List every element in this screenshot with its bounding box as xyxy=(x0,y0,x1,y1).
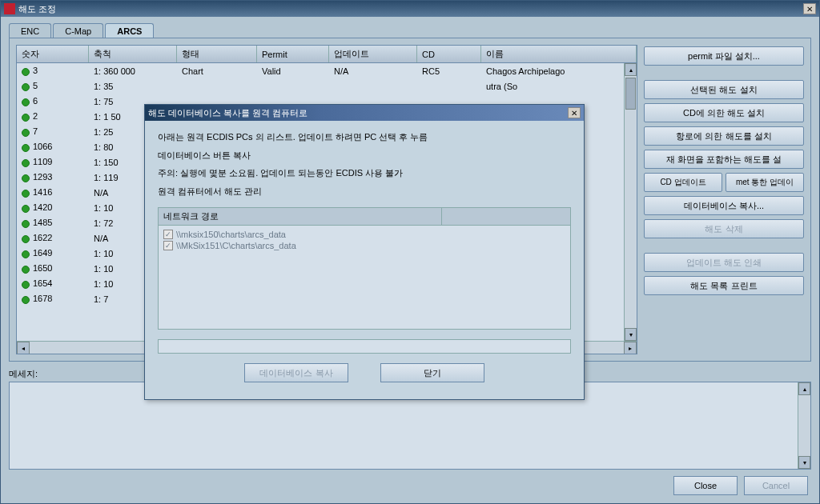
tab-enc[interactable]: ENC xyxy=(9,23,51,38)
dialog-text-3: 주의: 실행에 몇분 소요됨. 업데이트 되는동안 ECDIS 사용 불가 xyxy=(158,166,571,180)
dialog-title: 해도 데이터베이스 복사를 원격 컴퓨터로 xyxy=(148,107,568,119)
status-dot-icon xyxy=(22,83,30,91)
install-screen-button[interactable]: 재 화면을 포함하는 해도를 설 xyxy=(644,150,804,169)
header-name[interactable]: 이름 xyxy=(481,46,637,62)
db-copy-dialog: 해도 데이터베이스 복사를 원격 컴퓨터로 ✕ 아래는 원격 ECDIS PCs… xyxy=(144,104,585,400)
table-row[interactable]: 31: 360 000ChartValidN/ARC5Chagos Archip… xyxy=(17,63,637,78)
cd-update-button[interactable]: CD 업데이트 xyxy=(644,173,722,192)
list-print-button[interactable]: 해도 목록 프린트 xyxy=(644,276,804,295)
dialog-buttons: 데이터베이스 복사 닫기 xyxy=(158,363,571,382)
header-type[interactable]: 형태 xyxy=(177,46,257,62)
msg-scroll-up[interactable]: ▴ xyxy=(798,382,810,395)
header-permit[interactable]: Permit xyxy=(257,46,329,62)
status-dot-icon xyxy=(22,144,30,152)
table-row[interactable]: 51: 35utra (So xyxy=(17,78,637,94)
path-header-col2 xyxy=(442,208,570,225)
dialog-text-1: 아래는 원격 ECDIS PCs 의 리스트. 업데이트 하려면 PC 선택 후… xyxy=(158,130,571,144)
dialog-titlebar: 해도 데이터베이스 복사를 원격 컴퓨터로 ✕ xyxy=(145,105,584,121)
status-dot-icon xyxy=(22,220,30,228)
header-cd[interactable]: CD xyxy=(417,46,481,62)
path-item[interactable]: ✓ \\MkSix151\C\charts\arcs_data xyxy=(162,240,567,251)
status-dot-icon xyxy=(22,250,30,258)
status-dot-icon xyxy=(22,159,30,167)
scroll-up-button[interactable]: ▴ xyxy=(625,63,637,76)
vertical-scrollbar[interactable]: ▴ ▾ xyxy=(624,63,637,341)
titlebar: 해도 조정 ✕ xyxy=(1,1,819,17)
met-update-button[interactable]: met 통한 업데이 xyxy=(726,173,804,192)
window-close-button[interactable]: ✕ xyxy=(803,3,816,14)
status-dot-icon xyxy=(22,98,30,106)
dialog-close-button[interactable]: ✕ xyxy=(568,107,581,118)
path-list-header: 네트워크 경로 xyxy=(158,207,571,226)
progress-bar xyxy=(158,339,571,354)
side-panel: permit 파일 설치... 선택된 해도 설치 CD에 의한 해도 설치 항… xyxy=(644,45,804,354)
header-num[interactable]: 숫자 xyxy=(17,46,89,62)
tabs: ENC C-Map ARCS xyxy=(9,23,811,38)
header-scale[interactable]: 축척 xyxy=(89,46,177,62)
status-dot-icon xyxy=(22,129,30,137)
msg-scroll-down[interactable]: ▾ xyxy=(798,456,810,469)
dialog-text-4: 원격 컴퓨터에서 해도 관리 xyxy=(158,185,571,198)
checkbox-icon[interactable]: ✓ xyxy=(163,241,173,250)
msg-scrollbar[interactable]: ▴ ▾ xyxy=(798,382,810,469)
status-dot-icon xyxy=(22,266,30,274)
dialog-body: 아래는 원격 ECDIS PCs 의 리스트. 업데이트 하려면 PC 선택 후… xyxy=(145,121,584,399)
path-list: ✓ \\mksix150\charts\arcs_data ✓ \\MkSix1… xyxy=(158,226,571,330)
path-text: \\mksix150\charts\arcs_data xyxy=(176,230,286,239)
install-cd-button[interactable]: CD에 의한 해도 설치 xyxy=(644,103,804,122)
db-copy-button[interactable]: 데이터베이스 복사... xyxy=(644,196,804,215)
delete-chart-button[interactable]: 해도 삭제 xyxy=(644,219,804,238)
checkbox-icon[interactable]: ✓ xyxy=(163,230,173,239)
tab-arcs[interactable]: ARCS xyxy=(105,23,154,38)
path-header-label: 네트워크 경로 xyxy=(159,208,442,225)
install-selected-button[interactable]: 선택된 해도 설치 xyxy=(644,80,804,99)
footer-buttons: Close Cancel xyxy=(9,470,811,495)
table-header: 숫자 축척 형태 Permit 업데이트 CD 이름 xyxy=(17,46,637,63)
status-dot-icon xyxy=(22,281,30,289)
status-dot-icon xyxy=(22,114,30,122)
status-dot-icon xyxy=(22,68,30,76)
status-dot-icon xyxy=(22,296,30,304)
status-dot-icon xyxy=(22,205,30,213)
header-update[interactable]: 업데이트 xyxy=(329,46,417,62)
app-icon xyxy=(4,3,15,14)
scroll-right-button[interactable]: ▸ xyxy=(624,342,637,354)
update-print-button[interactable]: 업데이트 해도 인쇄 xyxy=(644,253,804,272)
scroll-left-button[interactable]: ◂ xyxy=(17,342,30,354)
cancel-button[interactable]: Cancel xyxy=(744,476,808,495)
status-dot-icon xyxy=(22,235,30,243)
permit-install-button[interactable]: permit 파일 설치... xyxy=(644,46,804,66)
close-button[interactable]: Close xyxy=(673,476,738,495)
path-text: \\MkSix151\C\charts\arcs_data xyxy=(176,241,296,250)
path-item[interactable]: ✓ \\mksix150\charts\arcs_data xyxy=(162,229,567,240)
tab-cmap[interactable]: C-Map xyxy=(53,23,103,38)
install-route-button[interactable]: 항로에 의한 해도를 설치 xyxy=(644,126,804,146)
scroll-thumb[interactable] xyxy=(625,78,636,110)
dialog-close-btn[interactable]: 닫기 xyxy=(380,363,484,382)
dialog-text-2: 데이터베이스 버튼 복사 xyxy=(158,149,571,162)
dialog-copy-button[interactable]: 데이터베이스 복사 xyxy=(244,363,348,382)
status-dot-icon xyxy=(22,190,30,198)
scroll-down-button[interactable]: ▾ xyxy=(625,328,637,341)
status-dot-icon xyxy=(22,174,30,182)
window-title: 해도 조정 xyxy=(18,3,803,15)
